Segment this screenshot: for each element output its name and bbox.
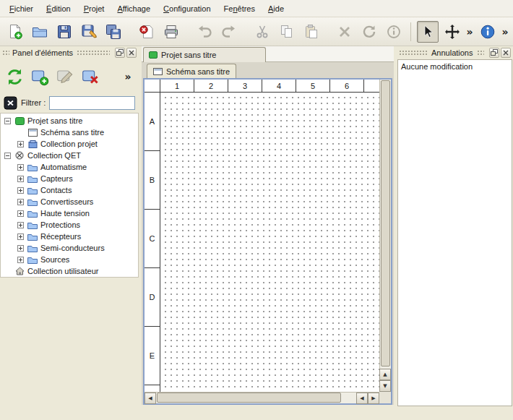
tree-item[interactable]: Schéma sans titre xyxy=(1,127,138,138)
delete-element-button[interactable] xyxy=(79,65,102,88)
delete-element-icon xyxy=(82,68,100,86)
folder-icon xyxy=(27,256,38,264)
diagram-tab[interactable]: Schéma sans titre xyxy=(147,64,236,78)
save-as-button[interactable] xyxy=(78,21,100,43)
scroll-right-button[interactable]: ▶ xyxy=(368,393,379,404)
dock-grip[interactable] xyxy=(399,50,428,56)
tree-item[interactable]: Semi-conducteurs xyxy=(1,242,138,254)
about-qet-button[interactable] xyxy=(477,21,499,43)
expander-plus[interactable] xyxy=(17,245,24,252)
horizontal-scrollbar-track[interactable] xyxy=(156,393,356,403)
row-header: ABCDE xyxy=(145,93,160,392)
expander-plus[interactable] xyxy=(17,222,24,228)
menu-configuration[interactable]: Configuration xyxy=(157,1,217,16)
qet-icon xyxy=(14,151,25,160)
horizontal-scrollbar[interactable]: ◀ ◀ ▶ xyxy=(145,392,379,403)
expander-plus[interactable] xyxy=(17,233,24,240)
new-element-icon xyxy=(31,68,49,86)
move-icon xyxy=(444,24,460,40)
toolbar-overflow-chevron[interactable]: » xyxy=(465,26,475,38)
delete-icon xyxy=(337,24,353,40)
move-tool-button[interactable] xyxy=(441,21,463,43)
tree-item[interactable]: Récepteurs xyxy=(1,231,138,242)
close-undo-panel-button[interactable] xyxy=(501,48,511,58)
expander-plus[interactable] xyxy=(17,176,24,182)
menu-aide[interactable]: Aide xyxy=(262,1,290,16)
element-tree: Projet sans titreSchéma sans titreCollec… xyxy=(0,113,139,278)
tree-item[interactable]: Sources xyxy=(1,254,138,265)
tree-item[interactable]: Collection QET xyxy=(1,150,138,161)
dock-grip[interactable] xyxy=(77,50,110,56)
undo-list[interactable]: Aucune modification xyxy=(397,59,512,406)
dock-grip[interactable] xyxy=(2,50,9,56)
filter-input[interactable] xyxy=(49,96,135,110)
expander-plus[interactable] xyxy=(17,141,24,147)
paste-button[interactable] xyxy=(301,21,322,43)
expander-minus[interactable] xyxy=(4,118,11,124)
undo-panel-titlebar[interactable]: Annulations xyxy=(397,46,513,59)
delete-button[interactable] xyxy=(334,21,355,43)
horizontal-scrollbar-thumb[interactable] xyxy=(157,393,341,403)
tree-item[interactable]: Projet sans titre xyxy=(1,115,138,127)
menu-fichier[interactable]: Fichier xyxy=(3,1,40,16)
expander-plus[interactable] xyxy=(17,164,24,171)
toolbar-right-overflow-chevron[interactable]: » xyxy=(500,26,510,38)
print-button[interactable] xyxy=(160,21,182,43)
tree-item[interactable]: Contacts xyxy=(1,184,138,196)
scroll-down-button[interactable]: ▼ xyxy=(379,380,391,392)
open-document-button[interactable] xyxy=(29,21,51,43)
row-label: A xyxy=(145,93,160,151)
menu-projet[interactable]: Projet xyxy=(77,1,111,16)
information-button[interactable] xyxy=(383,21,405,43)
edit-element-icon xyxy=(56,68,74,86)
save-all-button[interactable] xyxy=(103,21,124,43)
float-panel-button[interactable] xyxy=(115,48,125,58)
new-document-button[interactable] xyxy=(4,21,26,43)
cut-button[interactable] xyxy=(251,21,273,43)
save-all-icon xyxy=(105,24,121,40)
copy-button[interactable] xyxy=(276,21,298,43)
vertical-scrollbar[interactable]: ▲ ▼ xyxy=(379,80,391,392)
expander-minus[interactable] xyxy=(4,153,11,159)
tree-item-label: Collection QET xyxy=(27,151,81,160)
dock-grip[interactable] xyxy=(477,50,485,56)
reload-collections-button[interactable] xyxy=(3,65,26,88)
tree-item[interactable]: Capteurs xyxy=(1,173,138,184)
clear-filter-button[interactable] xyxy=(4,96,17,110)
redo-button[interactable] xyxy=(218,21,240,43)
scroll-left-button-right[interactable]: ◀ xyxy=(356,393,368,404)
project-tab[interactable]: Projet sans titre xyxy=(143,47,266,62)
panel-toolbar-overflow-chevron[interactable]: » xyxy=(123,71,133,82)
save-button[interactable] xyxy=(53,21,75,43)
elements-panel-titlebar[interactable]: Panel d'éléments xyxy=(0,46,139,59)
close-panel-button[interactable] xyxy=(126,48,137,58)
undo-empty-message: Aucune modification xyxy=(401,62,509,71)
tree-item[interactable]: Haute tension xyxy=(1,207,138,219)
vertical-scrollbar-thumb[interactable] xyxy=(381,80,390,367)
menu-edition[interactable]: Édition xyxy=(40,1,77,16)
scroll-up-button[interactable]: ▲ xyxy=(379,369,391,380)
undo-button[interactable] xyxy=(194,21,215,43)
select-tool-button[interactable] xyxy=(417,21,439,43)
scroll-left-button[interactable]: ◀ xyxy=(145,393,156,404)
new-element-button[interactable] xyxy=(28,65,51,88)
float-undo-panel-button[interactable] xyxy=(489,48,499,58)
rotate-button[interactable] xyxy=(358,21,380,43)
tree-item[interactable]: Collection projet xyxy=(1,138,138,150)
tree-item[interactable]: Convertisseurs xyxy=(1,196,138,207)
tree-item[interactable]: Protections xyxy=(1,219,138,231)
edit-element-button[interactable] xyxy=(53,65,77,88)
expander-plus[interactable] xyxy=(17,257,24,263)
folder-icon xyxy=(27,187,38,194)
qelectrotech-window: FichierÉditionProjetAffichageConfigurati… xyxy=(0,0,513,420)
expander-plus[interactable] xyxy=(17,210,24,217)
diagram-canvas[interactable] xyxy=(160,93,379,392)
tree-item-label: Capteurs xyxy=(40,174,73,183)
menu-fenetres[interactable]: Fenêtres xyxy=(217,1,262,16)
expander-plus[interactable] xyxy=(17,199,24,205)
close-file-button[interactable] xyxy=(136,21,158,43)
menu-affichage[interactable]: Affichage xyxy=(111,1,157,16)
tree-item[interactable]: Collection utilisateur xyxy=(1,265,138,277)
tree-item[interactable]: Automatisme xyxy=(1,161,138,173)
expander-plus[interactable] xyxy=(17,187,24,194)
